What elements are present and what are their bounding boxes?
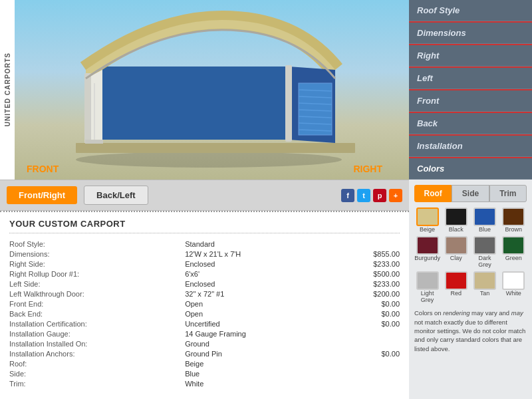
front-right-button[interactable]: Front/Right xyxy=(7,186,77,204)
swatch-box xyxy=(445,207,467,226)
table-row: Roof Style:Standard xyxy=(9,239,400,249)
sidebar-nav-item-back[interactable]: Back xyxy=(409,113,532,134)
color-tab-side[interactable]: Side xyxy=(452,185,489,202)
swatch-box xyxy=(502,207,525,226)
swatch-box xyxy=(445,271,467,290)
swatch-label: Tan xyxy=(480,291,490,297)
swatch-white[interactable]: White xyxy=(501,271,527,304)
sidebar-nav-item-left[interactable]: Left xyxy=(409,68,532,89)
colors-section: RoofSideTrim BeigeBlackBlueBrownBurgundy… xyxy=(409,180,532,399)
swatch-green[interactable]: Green xyxy=(501,236,527,269)
svg-rect-5 xyxy=(285,65,292,142)
table-row: Front End:Open$0.00 xyxy=(9,299,400,309)
swatch-label: Dark Grey xyxy=(472,255,498,269)
swatch-box xyxy=(502,236,525,255)
svg-marker-1 xyxy=(102,66,289,140)
swatch-label: Black xyxy=(449,227,464,233)
sidebar-nav-item-right[interactable]: Right xyxy=(409,45,532,66)
swatch-beige[interactable]: Beige xyxy=(414,207,440,233)
swatch-label: Brown xyxy=(505,227,523,233)
colors-note: Colors on rendering may vary and may not… xyxy=(414,309,527,352)
swatch-box xyxy=(445,236,467,255)
share-plus-icon[interactable]: + xyxy=(389,189,402,202)
table-row: Trim:White xyxy=(9,378,400,388)
swatch-box xyxy=(502,271,525,290)
table-row: Dimensions:12'W x 21'L x 7'H$855.00 xyxy=(9,249,400,259)
table-row: Installation Gauge:14 Gauge Framing xyxy=(9,329,400,338)
swatch-label: Beige xyxy=(420,227,435,233)
swatch-label: White xyxy=(506,291,521,297)
sidebar-nav-item-front[interactable]: Front xyxy=(409,90,532,112)
label-right: RIGHT xyxy=(353,164,382,174)
svg-point-0 xyxy=(76,152,342,168)
sidebar-nav-item-installation[interactable]: Installation xyxy=(409,136,532,157)
label-front: FRONT xyxy=(27,164,59,174)
swatch-dark-grey[interactable]: Dark Grey xyxy=(472,236,498,269)
swatch-black[interactable]: Black xyxy=(443,207,469,233)
swatch-blue[interactable]: Blue xyxy=(472,207,498,233)
color-tabs: RoofSideTrim xyxy=(414,185,527,202)
swatch-label: Green xyxy=(505,255,522,262)
swatch-red[interactable]: Red xyxy=(443,271,469,304)
table-row: Installation Certification:Uncertified$0… xyxy=(9,319,400,329)
twitter-icon[interactable]: t xyxy=(357,189,370,202)
swatch-clay[interactable]: Clay xyxy=(443,236,469,269)
svg-rect-16 xyxy=(76,143,355,153)
table-row: Side:Blue xyxy=(9,368,400,378)
facebook-icon[interactable]: f xyxy=(341,189,354,202)
color-tab-roof[interactable]: Roof xyxy=(414,185,452,202)
right-sidebar: Roof StyleDimensionsRightLeftFrontBackIn… xyxy=(409,0,532,399)
details-title: YOUR CUSTOM CARPORT xyxy=(9,219,400,229)
table-row: Installation Anchors:Ground Pin$0.00 xyxy=(9,348,400,358)
swatch-box xyxy=(416,207,439,226)
table-row: Back End:Open$0.00 xyxy=(9,309,400,319)
brand-vertical: United Carports xyxy=(0,0,15,180)
sidebar-nav-item-roof-style[interactable]: Roof Style xyxy=(409,0,532,21)
sidebar-nav-item-colors[interactable]: Colors xyxy=(409,158,532,180)
table-row: Left Side:Enclosed$233.00 xyxy=(9,279,400,289)
swatch-brown[interactable]: Brown xyxy=(501,207,527,233)
svg-rect-17 xyxy=(85,140,103,144)
details-table: Roof Style:StandardDimensions:12'W x 21'… xyxy=(9,239,400,388)
details-panel: YOUR CUSTOM CARPORT Roof Style:StandardD… xyxy=(0,211,409,399)
swatch-box xyxy=(473,207,496,226)
swatch-label: Red xyxy=(451,291,462,297)
table-row: Installation Installed On:Ground xyxy=(9,338,400,348)
table-row: Right Rollup Door #1:6'x6'$500.00 xyxy=(9,269,400,279)
swatch-label: Light Grey xyxy=(414,291,440,304)
color-tab-trim[interactable]: Trim xyxy=(489,185,527,202)
back-left-button[interactable]: Back/Left xyxy=(84,186,148,205)
carport-svg xyxy=(15,0,409,180)
view-buttons-row: Front/Right Back/Left f t p + xyxy=(0,180,409,211)
swatches-grid: BeigeBlackBlueBrownBurgundyClayDark Grey… xyxy=(414,207,527,303)
swatch-label: Blue xyxy=(479,227,491,233)
swatch-burgundy[interactable]: Burgundy xyxy=(414,236,440,269)
swatch-box xyxy=(473,236,496,255)
swatch-label: Clay xyxy=(450,255,462,262)
swatch-box xyxy=(416,271,439,290)
swatch-light-grey[interactable]: Light Grey xyxy=(414,271,440,304)
pinterest-icon[interactable]: p xyxy=(373,189,386,202)
swatch-label: Burgundy xyxy=(414,255,440,262)
table-row: Roof:Beige xyxy=(9,358,400,368)
swatch-box xyxy=(416,236,439,255)
sidebar-nav-item-dimensions[interactable]: Dimensions xyxy=(409,23,532,44)
social-icons-group: f t p + xyxy=(341,189,402,202)
carport-image-area: United Carports xyxy=(0,0,409,180)
table-row: Right Side:Enclosed$233.00 xyxy=(9,259,400,269)
swatch-box xyxy=(473,271,496,290)
table-row: Left Walkthrough Door:32" x 72" #1$200.0… xyxy=(9,289,400,299)
swatch-tan[interactable]: Tan xyxy=(472,271,498,304)
